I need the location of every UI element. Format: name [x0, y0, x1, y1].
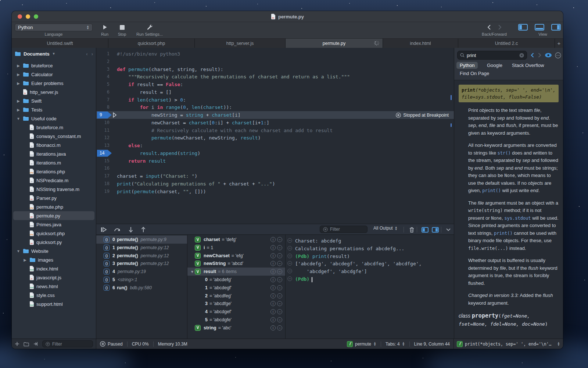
tree-chevron-icon[interactable]: ▶ — [16, 108, 21, 112]
tree-item-support.html[interactable]: htmlsupport.html — [13, 300, 94, 308]
tab-Untitled.swift[interactable]: Untitled.swift — [12, 39, 108, 48]
stack-frame-row[interactable]: {}6run()bdb.py:580 — [96, 284, 187, 292]
breakpoint-marker[interactable]: 14 — [97, 150, 112, 157]
variable-row[interactable]: 0= 'abcdefg'i– — [187, 276, 285, 284]
tree-item-Parser.py[interactable]: pyParser.py — [13, 194, 94, 202]
sidebar-forward-button[interactable]: › — [92, 51, 93, 57]
variable-row[interactable]: Vstring= 'abc'i– — [187, 324, 285, 332]
step-over-button[interactable] — [113, 226, 122, 233]
stack-frame-row[interactable]: {}4permute.py:19 — [96, 268, 187, 276]
tree-item-quicksort.py[interactable]: pyquicksort.py — [13, 238, 94, 247]
tab-quicksort.php[interactable]: quicksort.php — [108, 39, 195, 48]
info-icon[interactable]: i — [270, 309, 276, 314]
tabs-selector[interactable]: Tabs: 4 ▲▼ — [386, 342, 405, 347]
tree-item-permute.py[interactable]: pypermute.py — [13, 211, 94, 220]
remove-icon[interactable]: – — [277, 269, 282, 274]
remove-icon[interactable]: – — [277, 261, 282, 266]
tab-permute.py[interactable]: permute.py — [286, 39, 383, 48]
tree-item-iterations.java[interactable]: javaiterations.java — [13, 149, 94, 158]
doc-search-input[interactable]: print — [457, 51, 527, 60]
eye-icon[interactable] — [545, 52, 552, 59]
info-icon[interactable]: i — [270, 245, 276, 250]
info-icon[interactable]: i — [270, 293, 276, 298]
tree-item-permute.php[interactable]: phppermute.php — [13, 202, 94, 211]
stack-frame-row[interactable]: {}1permute()permute.py:12 — [96, 244, 187, 252]
tree-item-Euler problems[interactable]: ▶Euler problems — [13, 79, 94, 88]
console-filter-input[interactable]: Filter — [320, 226, 368, 233]
code-editor[interactable]: 1#!/usr/bin/env python323def permute(cha… — [96, 48, 454, 224]
new-folder-button[interactable] — [24, 342, 29, 346]
view-right-panel-button[interactable] — [551, 24, 561, 31]
step-out-button[interactable] — [139, 226, 148, 233]
tab-Untitled 2.c[interactable]: Untitled 2.c — [458, 39, 555, 48]
remove-icon[interactable]: – — [277, 253, 282, 258]
doc-back-button[interactable] — [528, 52, 536, 59]
reveal-file-button[interactable] — [33, 342, 38, 346]
tree-item-Calculator[interactable]: ▶Calculator — [13, 70, 94, 79]
tree-item-http_server.js[interactable]: jshttp_server.js — [13, 88, 94, 96]
tree-item-javascript.js[interactable]: jsjavascript.js — [13, 273, 94, 282]
variable-expand-chevron[interactable]: ▼ — [190, 270, 195, 274]
tree-item-NSString traverse.m[interactable]: mNSString traverse.m — [13, 185, 94, 194]
tree-item-iterations.m[interactable]: miterations.m — [13, 158, 94, 167]
collapse-panel-button[interactable] — [444, 226, 453, 233]
step-into-button[interactable] — [126, 226, 135, 233]
tree-item-Tests[interactable]: ▶Tests — [13, 105, 94, 114]
variable-row[interactable]: VnewCharset= 'efg'i– — [187, 252, 285, 260]
variable-checkbox[interactable]: V — [195, 245, 201, 251]
documentation-body[interactable]: print(*objects, sep=' ', end='\n',file=s… — [454, 83, 563, 339]
run-settings-button[interactable] — [145, 23, 154, 31]
back-button[interactable] — [485, 24, 492, 31]
tree-item-index.html[interactable]: htmlindex.html — [13, 264, 94, 273]
stop-button[interactable] — [117, 23, 127, 31]
remove-icon[interactable]: – — [277, 301, 282, 306]
tab-google[interactable]: Google — [484, 62, 506, 69]
variable-checkbox[interactable]: V — [195, 325, 201, 331]
stack-frame-row[interactable]: {}2permute()permute.py:12 — [96, 252, 187, 260]
info-icon[interactable]: i — [270, 253, 276, 258]
continue-button[interactable] — [99, 226, 108, 233]
clear-console-button[interactable] — [407, 226, 416, 233]
tab-find-on-page[interactable]: Find On Page — [456, 70, 492, 77]
remove-icon[interactable]: – — [277, 237, 282, 242]
sidebar-back-button[interactable]: ‹ — [86, 51, 87, 57]
tab-index.html[interactable]: index.html — [383, 39, 458, 48]
tree-item-images[interactable]: ▶images — [13, 255, 94, 264]
stack-frame-row[interactable]: {}5<string>:1 — [96, 276, 187, 284]
tab-http_server.js[interactable]: http_server.js — [195, 39, 286, 48]
tree-chevron-icon[interactable]: ▼ — [16, 249, 21, 253]
remove-icon[interactable]: – — [277, 293, 282, 298]
variable-row[interactable]: VnewString= 'abcd'i– — [187, 259, 285, 268]
doc-footer[interactable]: f print(*objects, sep=' ', end='\n', fil… — [454, 339, 563, 349]
variable-checkbox[interactable]: V — [195, 269, 201, 275]
forward-button[interactable] — [496, 24, 503, 31]
tree-item-iterations.php[interactable]: phpiterations.php — [13, 167, 94, 176]
sidebar-filter-input[interactable]: Filter — [42, 340, 93, 347]
variable-row[interactable]: ▼Vresult= 6 itemsi– — [187, 268, 285, 276]
tree-chevron-icon[interactable]: ▼ — [16, 117, 21, 121]
tree-chevron-icon[interactable]: ▶ — [16, 72, 21, 77]
variable-checkbox[interactable]: V — [195, 237, 201, 243]
remove-icon[interactable]: – — [277, 245, 282, 250]
remove-icon[interactable]: – — [277, 285, 282, 290]
info-icon[interactable]: i — [270, 285, 276, 290]
stack-frame-row[interactable]: {}3permute()permute.py:12 — [96, 259, 187, 268]
more-options-icon[interactable] — [554, 52, 562, 59]
variable-row[interactable]: 4= 'abcdgef'i– — [187, 308, 285, 316]
tab-stack-overflow[interactable]: Stack Overflow — [509, 62, 547, 69]
remove-icon[interactable]: – — [277, 309, 282, 314]
clear-search-icon[interactable] — [519, 53, 524, 58]
tree-item-news.html[interactable]: htmlnews.html — [13, 282, 94, 291]
tree-chevron-icon[interactable]: ▶ — [16, 64, 21, 68]
tab-python[interactable]: Python — [456, 62, 478, 69]
breakpoint-marker[interactable]: 9 — [97, 112, 112, 118]
variable-row[interactable]: 5= 'abcdgfe'i– — [187, 316, 285, 324]
info-icon[interactable]: i — [270, 269, 276, 274]
console-pane[interactable]: Charset: abcdefgCalculating permutations… — [286, 235, 454, 339]
info-icon[interactable]: i — [270, 317, 276, 322]
info-icon[interactable]: i — [270, 237, 276, 242]
tree-item-bruteforce[interactable]: ▶bruteforce — [13, 61, 94, 70]
add-file-button[interactable] — [15, 342, 19, 346]
split-console-right-button[interactable] — [431, 226, 440, 233]
info-icon[interactable]: i — [270, 325, 276, 330]
